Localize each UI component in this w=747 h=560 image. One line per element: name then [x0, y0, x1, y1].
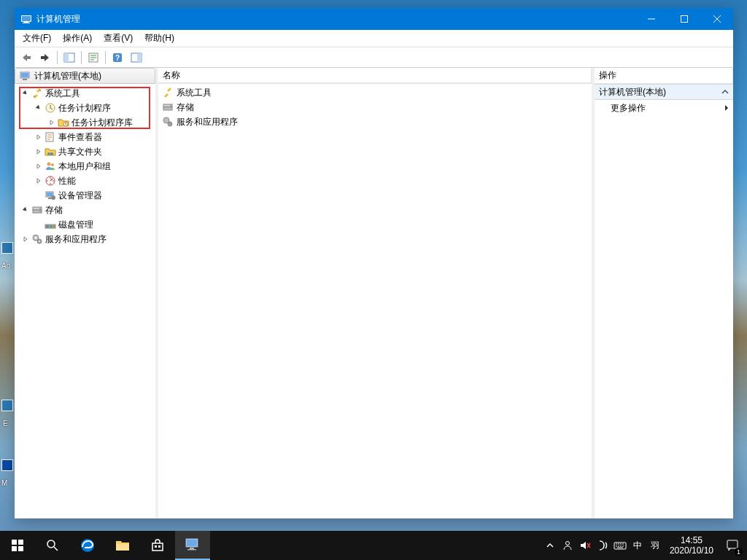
svg-rect-49 — [18, 546, 23, 551]
chevron-down-icon[interactable] — [20, 205, 31, 215]
desktop-icon[interactable] — [1, 459, 13, 471]
action-label: 更多操作 — [611, 102, 646, 114]
menubar: 文件(F) 操作(A) 查看(V) 帮助(H) — [15, 30, 733, 47]
device-manager-icon — [44, 190, 56, 201]
show-hide-action-pane-button[interactable] — [128, 50, 145, 66]
chevron-down-icon[interactable] — [34, 103, 44, 113]
tree-label: 任务计划程序库 — [71, 117, 133, 129]
tree-item-local-users[interactable]: 本地用户和组 — [15, 159, 155, 174]
svg-rect-1 — [22, 16, 31, 21]
tree-item-performance[interactable]: 性能 — [15, 174, 155, 188]
menu-file[interactable]: 文件(F) — [17, 30, 57, 47]
folder-clock-icon — [58, 117, 69, 128]
svg-rect-2 — [24, 22, 28, 23]
search-button[interactable] — [35, 531, 70, 560]
svg-point-16 — [39, 90, 41, 91]
chevron-down-icon[interactable] — [20, 88, 31, 98]
chevron-right-icon[interactable] — [34, 176, 44, 186]
people-icon[interactable] — [559, 531, 576, 560]
svg-rect-52 — [116, 544, 129, 551]
toolbar: ? — [15, 47, 733, 68]
tree-item-system-tools[interactable]: 系统工具 — [15, 86, 155, 101]
ime-indicator-2[interactable]: 羽 — [646, 531, 664, 560]
list-item-storage[interactable]: 存储 — [158, 100, 592, 114]
tree-item-task-scheduler-library[interactable]: 任务计划程序库 — [15, 115, 155, 130]
tree-item-task-scheduler[interactable]: 任务计划程序 — [15, 101, 155, 115]
tree-body[interactable]: 系统工具 任务计划程序 任务计划程序库 — [15, 84, 155, 518]
actions-panel-header: 操作 — [595, 68, 733, 84]
tree-label: 本地用户和组 — [58, 160, 111, 173]
minimize-button[interactable] — [635, 8, 667, 30]
actions-section-header[interactable]: 计算机管理(本地) — [595, 84, 733, 100]
column-name[interactable]: 名称 — [158, 68, 592, 83]
svg-rect-11 — [137, 53, 142, 62]
collapse-icon[interactable] — [721, 88, 729, 96]
desktop-icon-label: Ad — [1, 262, 10, 270]
properties-button[interactable] — [85, 50, 102, 66]
event-viewer-icon — [44, 131, 56, 143]
svg-rect-13 — [21, 73, 28, 77]
desktop-icon[interactable] — [1, 400, 13, 411]
maximize-button[interactable] — [667, 8, 700, 30]
tree-panel: 计算机管理(本地) 系统工具 任务计划程序 — [15, 68, 155, 518]
tree-item-storage[interactable]: 存储 — [15, 203, 155, 217]
notifications-button[interactable]: 1 — [719, 531, 746, 560]
tree-item-shared-folders[interactable]: 共享文件夹 — [15, 144, 155, 159]
svg-point-59 — [565, 542, 569, 545]
menu-help[interactable]: 帮助(H) — [139, 30, 180, 47]
ease-of-access-icon[interactable] — [594, 531, 611, 560]
action-more-actions[interactable]: 更多操作 — [595, 100, 733, 116]
start-button[interactable] — [0, 531, 35, 560]
storage-icon — [162, 101, 174, 113]
help-button[interactable]: ? — [109, 50, 126, 66]
menu-view[interactable]: 查看(V) — [98, 30, 139, 47]
desktop-icon[interactable] — [1, 242, 13, 254]
show-hide-tree-button[interactable] — [61, 50, 78, 66]
tree-root-label: 计算机管理(本地) — [34, 70, 101, 82]
titlebar[interactable]: 计算机管理 — [15, 8, 733, 30]
svg-point-15 — [34, 96, 35, 97]
taskbar-clock[interactable]: 14:55 2020/10/10 — [664, 535, 719, 556]
svg-point-50 — [47, 540, 55, 548]
chevron-right-icon[interactable] — [20, 234, 31, 244]
tree-item-device-manager[interactable]: 设备管理器 — [15, 188, 155, 203]
file-explorer-button[interactable] — [105, 531, 140, 560]
performance-icon — [44, 175, 56, 187]
menu-action[interactable]: 操作(A) — [57, 30, 98, 47]
toolbar-separator — [105, 51, 106, 64]
svg-rect-4 — [681, 16, 687, 23]
svg-rect-35 — [50, 225, 53, 228]
list-item-label: 系统工具 — [177, 87, 212, 99]
edge-button[interactable] — [70, 531, 105, 560]
svg-point-32 — [39, 211, 41, 212]
list-item-services-apps[interactable]: 服务和应用程序 — [158, 114, 592, 129]
chevron-right-icon[interactable] — [47, 117, 57, 128]
chevron-right-icon[interactable] — [34, 132, 44, 142]
chevron-right-icon[interactable] — [34, 161, 44, 171]
volume-muted-icon[interactable] — [576, 531, 594, 560]
tree-root-tab[interactable]: 计算机管理(本地) — [15, 68, 155, 84]
svg-point-22 — [47, 163, 51, 166]
tree-item-disk-management[interactable]: 磁盘管理 — [15, 217, 155, 232]
tree-item-event-viewer[interactable]: 事件查看器 — [15, 130, 155, 144]
tree-label: 事件查看器 — [58, 131, 102, 144]
svg-point-28 — [51, 195, 55, 200]
ime-indicator-1[interactable]: 中 — [629, 531, 646, 560]
keyboard-icon[interactable] — [611, 531, 629, 560]
back-button[interactable] — [18, 50, 35, 66]
tree-item-services-apps[interactable]: 服务和应用程序 — [15, 232, 155, 246]
storage-icon — [31, 204, 43, 216]
svg-rect-46 — [12, 540, 17, 545]
computer-management-task[interactable] — [175, 531, 210, 560]
svg-rect-27 — [48, 198, 51, 199]
chevron-right-icon[interactable] — [34, 147, 44, 157]
desktop-icon-label: E — [3, 420, 8, 427]
list-item-label: 存储 — [177, 101, 194, 114]
store-button[interactable] — [140, 531, 175, 560]
list-body[interactable]: 系统工具 存储 服务和应用程序 — [158, 84, 592, 518]
svg-point-21 — [50, 152, 53, 155]
list-item-system-tools[interactable]: 系统工具 — [158, 85, 592, 100]
close-button[interactable] — [700, 8, 733, 30]
tray-overflow-button[interactable] — [541, 531, 559, 560]
forward-button[interactable] — [36, 50, 54, 66]
